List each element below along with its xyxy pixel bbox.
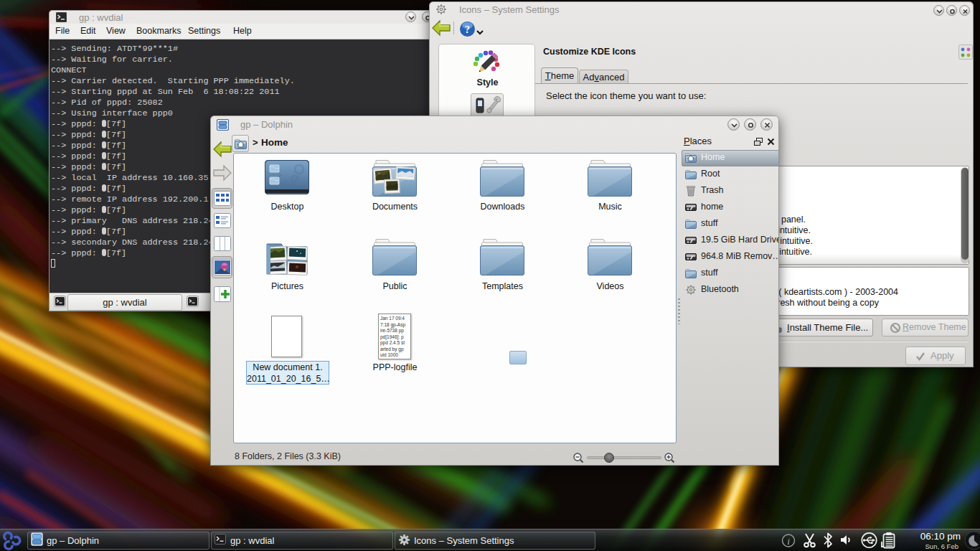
svg-text:?: ? — [465, 24, 470, 35]
svg-text:i: i — [787, 536, 790, 547]
